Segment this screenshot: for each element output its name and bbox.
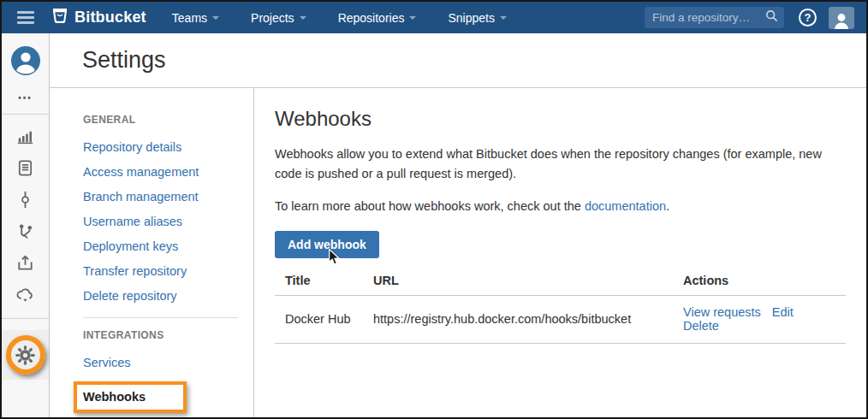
section-heading-integrations: INTEGRATIONS (83, 329, 238, 341)
user-avatar-button[interactable] (829, 7, 854, 29)
settings-gear-item[interactable] (2, 330, 49, 380)
repository-avatar-icon[interactable] (11, 46, 40, 79)
settings-gear-icon (15, 345, 36, 366)
view-requests-link[interactable]: View requests (683, 305, 761, 319)
webhooks-panel: Webhooks Webhooks allow you to extend wh… (254, 88, 866, 417)
column-header-title: Title (275, 268, 363, 296)
page-header: Settings (50, 33, 866, 88)
search-input[interactable] (652, 11, 765, 24)
settings-nav: GENERAL Repository details Access manage… (50, 88, 254, 417)
section-heading-general: GENERAL (83, 114, 238, 126)
repository-search (645, 7, 784, 28)
table-header-row: Title URL Actions (275, 268, 846, 296)
navbar-right: ? (645, 7, 854, 29)
sidebar-divider (2, 114, 49, 115)
chevron-down-icon (500, 16, 507, 20)
webhook-url: https://registry.hub.docker.com/hooks/bi… (363, 295, 673, 343)
nav-item-repository-details[interactable]: Repository details (83, 140, 238, 154)
person-icon (834, 12, 849, 29)
app-sidebar: ••• (2, 33, 50, 417)
webhook-row: Docker Hub https://registry.hub.docker.c… (275, 295, 846, 343)
top-navbar: Bitbucket Teams Projects Repositories Sn… (2, 2, 866, 33)
page-title: Settings (82, 47, 166, 74)
menu-repositories[interactable]: Repositories (338, 11, 417, 25)
nav-item-services[interactable]: Services (83, 356, 238, 369)
nav-item-branch-management[interactable]: Branch management (83, 190, 238, 204)
webhook-actions: View requests Edit Delete (673, 295, 846, 343)
create-upload-icon[interactable] (15, 253, 35, 273)
nav-item-deployment-keys[interactable]: Deployment keys (83, 239, 238, 253)
webhooks-description: Webhooks allow you to extend what Bitbuc… (275, 145, 846, 184)
column-header-actions: Actions (673, 268, 846, 296)
learn-more-text: To learn more about how webhooks work, c… (275, 197, 846, 216)
menu-projects[interactable]: Projects (251, 11, 306, 25)
bitbucket-logo[interactable]: Bitbucket (51, 7, 146, 28)
search-icon[interactable] (765, 9, 778, 26)
commits-icon[interactable] (15, 190, 35, 210)
source-document-icon[interactable] (15, 158, 35, 178)
downloads-cloud-icon[interactable] (15, 285, 35, 304)
menu-snippets[interactable]: Snippets (448, 11, 506, 25)
webhooks-table: Title URL Actions Docker Hub https://reg… (275, 268, 846, 344)
menu-teams[interactable]: Teams (172, 11, 219, 25)
branches-icon[interactable] (15, 221, 35, 241)
chevron-down-icon (300, 16, 306, 20)
nav-section-divider (83, 317, 238, 318)
nav-item-delete-repository[interactable]: Delete repository (83, 289, 238, 303)
nav-item-username-aliases[interactable]: Username aliases (83, 215, 238, 228)
nav-item-access-management[interactable]: Access management (83, 165, 238, 179)
chevron-down-icon (212, 16, 219, 20)
brand-name: Bitbucket (74, 9, 146, 27)
bitbucket-settings-page: Bitbucket Teams Projects Repositories Sn… (0, 0, 868, 419)
bucket-icon (51, 7, 68, 28)
nav-item-transfer-repository[interactable]: Transfer repository (83, 264, 238, 278)
statistics-chart-icon[interactable] (15, 127, 35, 146)
main-menu: Teams Projects Repositories Snippets (172, 11, 507, 25)
column-header-url: URL (363, 268, 673, 296)
edit-link[interactable]: Edit (772, 305, 794, 319)
hamburger-menu-icon[interactable] (17, 11, 34, 24)
nav-item-webhooks-active[interactable]: Webhooks (74, 381, 187, 413)
webhooks-heading: Webhooks (275, 107, 846, 131)
help-icon[interactable]: ? (799, 9, 817, 27)
sidebar-divider (2, 318, 49, 319)
delete-link[interactable]: Delete (683, 319, 719, 333)
more-ellipsis-icon[interactable]: ••• (18, 93, 33, 103)
chevron-down-icon (409, 16, 416, 20)
documentation-link[interactable]: documentation (585, 199, 666, 213)
add-webhook-button[interactable]: Add webhook (275, 231, 379, 258)
webhook-title: Docker Hub (275, 295, 363, 343)
